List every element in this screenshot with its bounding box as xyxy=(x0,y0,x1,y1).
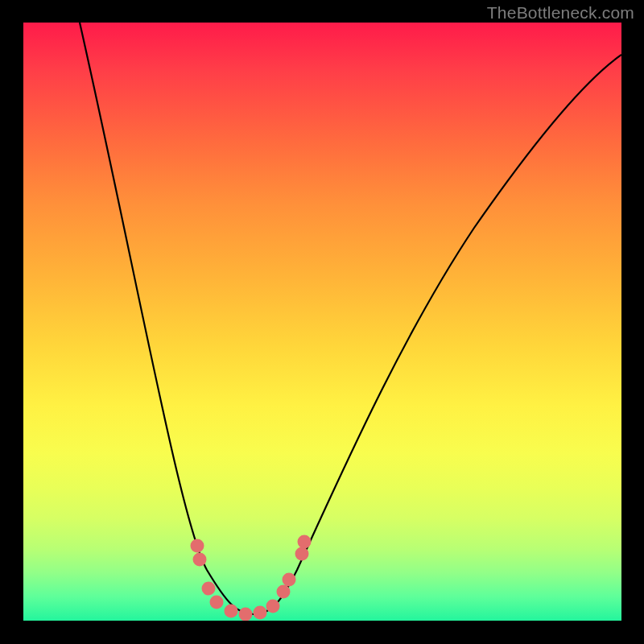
curve-marker xyxy=(210,596,224,609)
curve-marker xyxy=(193,553,207,567)
curve-marker xyxy=(283,573,296,587)
curve-marker xyxy=(298,535,312,549)
curve-marker xyxy=(202,582,216,596)
watermark-text: TheBottleneck.com xyxy=(487,3,634,23)
curve-marker xyxy=(266,600,280,613)
curve-marker xyxy=(295,547,309,561)
curve-marker xyxy=(277,585,291,599)
chart-plot-area xyxy=(23,23,621,621)
curve-marker xyxy=(191,539,204,553)
curve-markers xyxy=(23,23,621,621)
curve-marker xyxy=(254,606,267,620)
curve-marker xyxy=(239,608,253,621)
curve-marker xyxy=(225,605,238,618)
